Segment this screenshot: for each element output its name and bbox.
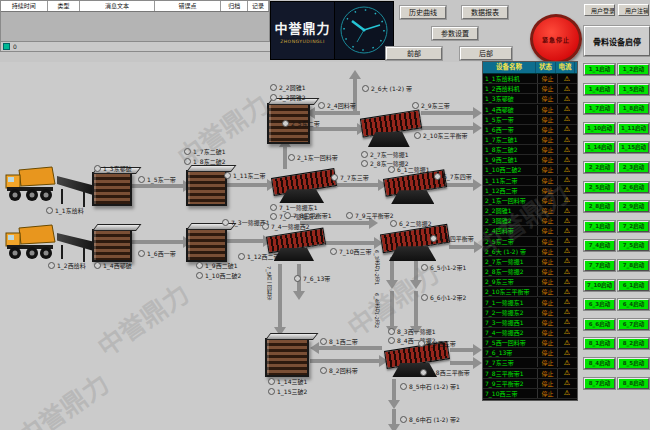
- device-name: 7_4一筛振西2: [483, 328, 538, 337]
- device-row: 1_12西二带停止⚠: [483, 186, 577, 196]
- history-curve-button[interactable]: 历史曲线: [400, 6, 446, 19]
- device-row: 1_11东二带停止⚠: [483, 176, 577, 186]
- current-alarm-icon: ⚠: [558, 176, 576, 184]
- start-button[interactable]: 8_5启动: [618, 358, 649, 369]
- vibrating-screen-east2-icon[interactable]: [361, 111, 419, 147]
- device-row: 7_2一筛振东2停止⚠: [483, 308, 577, 318]
- current-alarm-icon: ⚠: [558, 328, 576, 336]
- tertiary-crusher-icon[interactable]: [265, 338, 309, 377]
- flow-label: 6_1二筛振1: [388, 165, 429, 174]
- device-status: 停止: [538, 135, 558, 144]
- alarm-counter: 0: [13, 43, 17, 50]
- start-button[interactable]: 8_7启动: [584, 378, 615, 389]
- device-row: 7_3一筛振西1停止⚠: [483, 318, 577, 328]
- flow-arrow: [314, 111, 360, 115]
- jaw-crusher-east-icon[interactable]: [92, 172, 132, 206]
- start-button[interactable]: 7_7启动: [584, 260, 615, 271]
- device-name: 7_10西三带: [483, 389, 538, 398]
- flow-label: 2_7东一筛振1: [361, 150, 408, 159]
- start-button[interactable]: 8_1启动: [584, 338, 615, 349]
- start-button[interactable]: 1_11启动: [618, 123, 649, 134]
- rear-section-button[interactable]: 后部: [460, 47, 512, 60]
- start-button[interactable]: 1_2启动: [618, 64, 649, 75]
- start-button[interactable]: 6_6启动: [584, 319, 615, 330]
- device-name: 2_8东一筛振2: [483, 267, 538, 276]
- device-row: 7_8三平衡带1停止⚠: [483, 369, 577, 379]
- flow-arrow: [300, 221, 370, 225]
- dump-truck-icon[interactable]: [4, 166, 56, 204]
- start-button[interactable]: 6_3启动: [584, 299, 615, 310]
- start-button[interactable]: 6_7启动: [618, 319, 649, 330]
- flow-arrow: [392, 409, 396, 425]
- device-row: 2_6大 (1-2) 带停止⚠: [483, 247, 577, 257]
- start-button[interactable]: 2_2启动: [584, 162, 615, 173]
- start-button[interactable]: 1_8启动: [618, 103, 649, 114]
- flow-label: 6_8四平衡带: [430, 234, 474, 243]
- device-status: 停止: [538, 298, 558, 307]
- flow-arrow: [278, 264, 282, 328]
- device-name: 1_8东二破2: [483, 145, 538, 154]
- vibrating-screen-east1-icon[interactable]: [272, 170, 334, 203]
- start-button[interactable]: 1_1启动: [584, 64, 615, 75]
- start-button[interactable]: 2_5启动: [584, 182, 615, 193]
- device-row: 1_8东二破2停止⚠: [483, 145, 577, 155]
- start-button[interactable]: 1_4启动: [584, 84, 615, 95]
- start-button[interactable]: 7_4启动: [584, 240, 615, 251]
- start-button[interactable]: 7_1启动: [584, 221, 615, 232]
- start-button[interactable]: 1_5启动: [618, 84, 649, 95]
- device-row: 1_1东给料机停止⚠: [483, 74, 577, 84]
- start-button[interactable]: 2_3启动: [618, 162, 649, 173]
- current-alarm-icon: ⚠: [558, 369, 576, 377]
- device-row: 1_4西鄂破停止⚠: [483, 104, 577, 114]
- start-button[interactable]: 7_5启动: [618, 240, 649, 251]
- alarm-status-bar: 0: [1, 41, 271, 51]
- start-button[interactable]: 2_9启动: [618, 201, 649, 212]
- start-button[interactable]: 1_7启动: [584, 103, 615, 114]
- current-alarm-icon: ⚠: [558, 298, 576, 306]
- start-button[interactable]: 7_2启动: [618, 221, 649, 232]
- parameter-settings-button[interactable]: 参数设置: [432, 27, 478, 40]
- current-alarm-icon: ⚠: [558, 125, 576, 133]
- current-alarm-icon: ⚠: [558, 359, 576, 367]
- start-button[interactable]: 7_10启动: [584, 280, 615, 291]
- data-report-button[interactable]: 数据报表: [462, 6, 508, 19]
- flow-arrow: [421, 111, 474, 115]
- start-button[interactable]: 8_2启动: [618, 338, 649, 349]
- device-row: 2_8东一筛振2停止⚠: [483, 267, 577, 277]
- start-button[interactable]: 1_14启动: [584, 142, 615, 153]
- vibrating-screen-6-2-icon[interactable]: [381, 226, 447, 261]
- secondary-crusher-east-icon[interactable]: [186, 170, 227, 206]
- user-logout-button[interactable]: 用户注销: [618, 4, 649, 16]
- front-section-button[interactable]: 前部: [386, 47, 442, 60]
- start-button[interactable]: 2_8启动: [584, 201, 615, 212]
- vibrating-feeder-icon[interactable]: [57, 176, 93, 204]
- secondary-crusher-west-icon[interactable]: [186, 228, 227, 262]
- flow-label: 6_5小1-2带1: [421, 263, 466, 272]
- current-alarm-icon: ⚠: [558, 308, 576, 316]
- dump-truck-icon[interactable]: [4, 224, 56, 262]
- device-name: 1_11东二带: [483, 176, 538, 185]
- current-alarm-icon: ⚠: [558, 115, 576, 123]
- start-button[interactable]: 2_6启动: [618, 182, 649, 193]
- vibrating-feeder-icon[interactable]: [57, 233, 93, 259]
- device-status: 停止: [538, 196, 558, 205]
- flow-label: 2_2圆锥1: [270, 83, 305, 92]
- top-bar: 持续时间类型消息文本错误点归档记录 0 中誉鼎力 ZHONGYUDINGLI 历…: [0, 0, 650, 62]
- alarm-column-header: 记录: [248, 1, 269, 11]
- watermark: 中誉鼎力: [89, 274, 195, 364]
- start-button[interactable]: 7_8启动: [618, 260, 649, 271]
- start-button[interactable]: 6_4启动: [618, 299, 649, 310]
- alarm-column-header: 类型: [48, 1, 81, 11]
- start-button[interactable]: 1_15启动: [618, 142, 649, 153]
- jaw-crusher-west-icon[interactable]: [92, 229, 132, 262]
- start-button[interactable]: 8_4启动: [584, 358, 615, 369]
- start-button[interactable]: 1_10启动: [584, 123, 615, 134]
- emergency-stop-button[interactable]: 紧急停止: [530, 14, 582, 64]
- start-button[interactable]: 6_1启动: [618, 280, 649, 291]
- current-alarm-icon: ⚠: [558, 75, 576, 83]
- device-row: 1_6西一带停止⚠: [483, 125, 577, 135]
- alarm-column-header: 消息文本: [80, 1, 154, 11]
- user-login-button[interactable]: 用户登录: [584, 4, 615, 16]
- device-name: 7_6_13带: [483, 348, 538, 357]
- start-button[interactable]: 8_8启动: [618, 378, 649, 389]
